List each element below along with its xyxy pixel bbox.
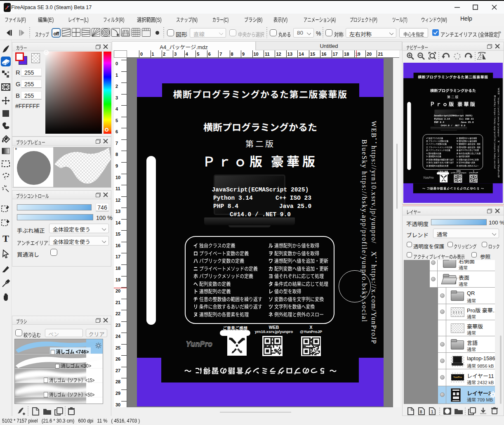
svg-text:8: 8 bbox=[420, 410, 422, 414]
svg-text:1: 1 bbox=[431, 410, 433, 414]
